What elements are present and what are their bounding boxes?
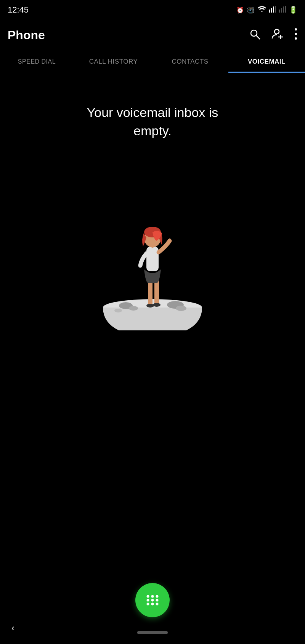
alarm-icon: ⏰	[236, 6, 244, 14]
status-bar: 12:45 ⏰ 📳	[0, 0, 305, 20]
svg-rect-2	[273, 6, 274, 13]
bottom-area: ‹	[0, 579, 305, 644]
tab-call-history[interactable]: CALL HISTORY	[75, 50, 152, 73]
signal-icon	[269, 6, 276, 14]
svg-point-13	[295, 28, 297, 30]
battery-icon: 🔋	[289, 6, 297, 14]
app-bar: Phone	[0, 20, 305, 50]
svg-point-36	[147, 603, 149, 606]
tab-voicemail[interactable]: VOICEMAIL	[228, 50, 305, 73]
svg-point-25	[153, 303, 161, 307]
svg-line-9	[256, 35, 260, 39]
svg-point-20	[176, 306, 186, 311]
svg-point-10	[274, 29, 279, 34]
illustration	[95, 170, 210, 330]
dial-fab[interactable]	[135, 583, 170, 617]
svg-point-30	[147, 595, 149, 598]
svg-rect-7	[285, 6, 286, 13]
app-title: Phone	[8, 28, 45, 42]
add-contact-icon[interactable]	[271, 28, 284, 43]
svg-rect-1	[271, 8, 272, 13]
back-button[interactable]: ‹	[11, 623, 14, 633]
svg-point-32	[156, 595, 159, 598]
tab-contacts[interactable]: CONTACTS	[152, 50, 228, 73]
svg-point-31	[151, 595, 154, 598]
svg-rect-23	[154, 279, 159, 305]
svg-point-37	[151, 603, 154, 606]
nav-bar: ‹	[137, 625, 168, 640]
app-bar-actions	[249, 28, 297, 43]
wifi-icon	[258, 6, 266, 14]
search-icon[interactable]	[249, 28, 261, 43]
svg-rect-22	[148, 281, 152, 306]
svg-rect-26	[146, 247, 159, 271]
svg-rect-3	[275, 6, 276, 13]
status-icons: ⏰ 📳	[236, 6, 297, 14]
no-signal-icon	[279, 6, 286, 14]
svg-point-8	[251, 30, 257, 36]
svg-point-35	[156, 599, 159, 602]
main-content: Your voicemail inbox is empty.	[0, 73, 305, 606]
svg-rect-5	[281, 8, 282, 13]
more-options-icon[interactable]	[294, 28, 297, 43]
tabs: SPEED DIAL CALL HISTORY CONTACTS VOICEMA…	[0, 50, 305, 73]
svg-point-21	[114, 309, 122, 312]
vibrate-icon: 📳	[247, 6, 255, 14]
svg-rect-0	[269, 10, 270, 13]
svg-point-15	[295, 37, 297, 40]
svg-point-24	[146, 304, 154, 308]
svg-rect-4	[279, 10, 280, 13]
svg-point-38	[156, 603, 159, 606]
tab-speed-dial[interactable]: SPEED DIAL	[0, 50, 75, 73]
nav-pill	[137, 631, 168, 634]
empty-message: Your voicemail inbox is empty.	[72, 104, 234, 140]
svg-point-18	[129, 306, 138, 311]
svg-rect-6	[283, 6, 284, 13]
svg-point-14	[295, 33, 297, 35]
svg-point-34	[151, 599, 154, 602]
status-time: 12:45	[8, 5, 29, 15]
svg-point-33	[147, 599, 149, 602]
